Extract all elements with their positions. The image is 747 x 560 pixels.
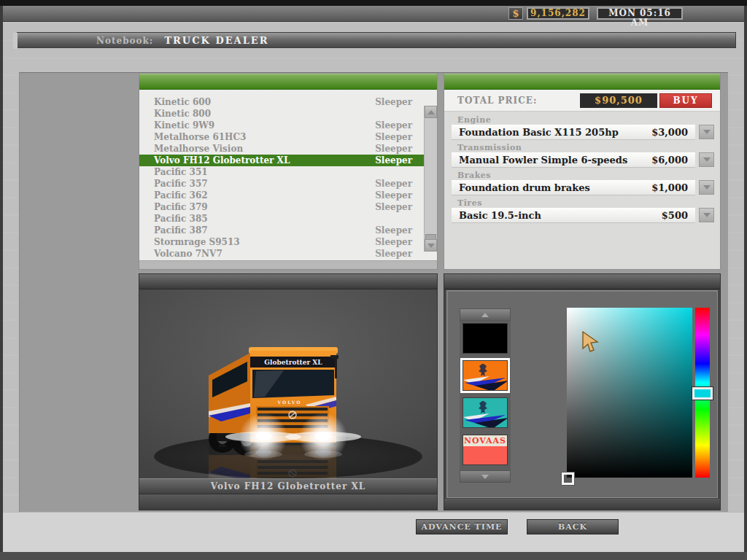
truck-name: Pacific 387 (154, 225, 208, 236)
truck-render: Globetrotter XL VOLVO (139, 289, 437, 478)
truck-list-item[interactable]: Metalhorse 61HC3Sleeper (139, 131, 424, 143)
saturation-value-marker[interactable] (562, 472, 574, 485)
paint-swatch-black[interactable] (462, 323, 508, 354)
truck-name: Pacific 351 (154, 166, 208, 178)
truck-list-rows: Kinetic 600SleeperKinetic 800Kinetic 9W9… (139, 96, 424, 260)
truck-list-body: Kinetic 600SleeperKinetic 800Kinetic 9W9… (139, 90, 437, 260)
advance-time-button[interactable]: ADVANCE TIME (416, 519, 508, 534)
paint-swatch-novaas-red[interactable]: NOVAAS (462, 435, 508, 465)
screen-left-edge (0, 6, 3, 560)
paint-swatch-teal-decal[interactable] (462, 397, 508, 428)
truck-list-item[interactable]: Pacific 351 (139, 166, 424, 178)
screen-top-edge (0, 0, 747, 6)
option-value-row[interactable]: Foundation Basic X115 205hp$3,000 (452, 125, 695, 139)
scroll-up-button[interactable] (425, 106, 437, 118)
status-bar: $ 9,156,282 MON 05:16 AM (0, 6, 747, 22)
hue-bar[interactable] (695, 308, 710, 478)
truck-name: Kinetic 600 (154, 96, 211, 108)
money-icon: $ (508, 7, 523, 20)
truck-name: Volvo FH12 Globetrotter XL (154, 155, 290, 166)
truck-list-item[interactable]: Kinetic 600Sleeper (139, 96, 424, 108)
notebook-prefix: Notebook: (96, 36, 153, 46)
truck-cab-type: Sleeper (375, 96, 412, 108)
truck-list-item[interactable]: Pacific 385 (139, 213, 424, 225)
total-price-row: TOTAL PRICE: $90,500 BUY (444, 90, 720, 112)
paint-bottom-bar (444, 499, 720, 510)
truck-cab-type: Sleeper (375, 178, 412, 190)
truck-3d-view[interactable]: Globetrotter XL VOLVO (139, 289, 437, 478)
option-value-row[interactable]: Basic 19.5-inch$500 (452, 208, 695, 222)
truck-cab-type: Sleeper (375, 248, 412, 260)
truck-list-panel: Kinetic 600SleeperKinetic 800Kinetic 9W9… (139, 73, 438, 270)
truck-list-scrollbar[interactable] (424, 106, 437, 252)
total-price-value: $90,500 (580, 93, 657, 108)
truck-name: Pacific 357 (154, 178, 208, 190)
truck-name: Pacific 385 (154, 213, 208, 225)
dropdown-button[interactable] (699, 208, 714, 222)
option-price: $1,000 (651, 182, 688, 193)
truck-list-item[interactable]: Kinetic 800 (139, 108, 424, 120)
option-value: Manual Fowler Simple 6-speeds (459, 155, 627, 166)
option-value-row[interactable]: Manual Fowler Simple 6-speeds$6,000 (452, 152, 695, 167)
option-value-row[interactable]: Foundation drum brakes$1,000 (452, 180, 695, 195)
truck-list-item[interactable]: Metalhorse VisionSleeper (139, 143, 424, 155)
option-price: $3,000 (651, 127, 688, 138)
truck-name: Kinetic 800 (154, 108, 211, 120)
option-value: Basic 19.5-inch (459, 210, 541, 221)
truck-list-item[interactable]: Pacific 379Sleeper (139, 201, 424, 213)
screen-right-edge (744, 6, 747, 560)
dropdown-button[interactable] (699, 180, 714, 195)
option-value: Foundation Basic X115 205hp (459, 127, 619, 138)
configurator-panel: TOTAL PRICE: $90,500 BUY EngineFoundatio… (444, 73, 721, 270)
chevron-down-icon (703, 185, 711, 190)
truck-list-item[interactable]: Stormrage S9513Sleeper (139, 236, 424, 248)
option-section-brakes: BrakesFoundation drum brakes$1,000 (444, 167, 720, 195)
truck-name: Pacific 379 (154, 201, 208, 213)
truck-list-item[interactable]: Pacific 362Sleeper (139, 190, 424, 201)
swatch-list: NOVAAS (460, 323, 511, 472)
truck-list-item[interactable]: Volcano 7NV7Sleeper (139, 248, 424, 260)
truck-name: Metalhorse Vision (154, 143, 243, 155)
truck-viewer-panel: Globetrotter XL VOLVO (139, 273, 438, 510)
money-display: 9,156,282 (527, 7, 589, 20)
hue-marker[interactable] (692, 387, 713, 400)
swatch-scroll-up-button[interactable] (460, 308, 511, 321)
option-section-tires: TiresBasic 19.5-inch$500 (444, 195, 720, 222)
truck-list-item[interactable]: Pacific 357Sleeper (139, 178, 424, 190)
option-label: Brakes (457, 171, 720, 180)
truck-cab-type: Sleeper (375, 201, 412, 213)
option-section-engine: EngineFoundation Basic X115 205hp$3,000 (444, 112, 720, 139)
option-label: Tires (457, 198, 720, 208)
option-price: $500 (662, 210, 688, 221)
back-button[interactable]: BACK (527, 519, 619, 534)
arrow-down-icon (427, 244, 435, 248)
saturation-value-picker[interactable] (567, 308, 692, 478)
truck-cab-type: Sleeper (375, 143, 412, 155)
truck-list-item[interactable]: Volvo FH12 Globetrotter XLSleeper (139, 155, 424, 166)
footer-band (3, 512, 744, 552)
visor-text: Globetrotter XL (264, 359, 322, 366)
config-sections: EngineFoundation Basic X115 205hp$3,000T… (444, 112, 720, 269)
buy-button[interactable]: BUY (659, 93, 712, 108)
truck-name: Stormrage S9513 (154, 236, 240, 248)
arrow-up-icon (427, 110, 435, 114)
paint-swatch-orange-decal[interactable] (462, 360, 508, 391)
truck-list-item[interactable]: Pacific 387Sleeper (139, 225, 424, 236)
configurator-header-bar (444, 74, 720, 90)
truck-list-bottom-strip (139, 260, 437, 269)
truck-cab-type: Sleeper (375, 155, 412, 166)
truck-list-header-bar (139, 74, 437, 90)
chevron-down-icon (703, 213, 711, 217)
swatch-scroll-down-button[interactable] (460, 470, 511, 483)
arrow-up-icon (481, 313, 489, 317)
dropdown-button[interactable] (699, 125, 714, 139)
scroll-down-button[interactable] (425, 239, 437, 252)
truck-list-item[interactable]: Kinetic 9W9Sleeper (139, 120, 424, 131)
chevron-down-icon (703, 130, 711, 134)
truck-cab-type: Sleeper (375, 190, 412, 201)
option-section-transmission: TransmissionManual Fowler Simple 6-speed… (444, 139, 720, 167)
dropdown-button[interactable] (699, 152, 714, 167)
paint-shop-panel: NOVAAS (444, 273, 721, 510)
truck-cab-type: Sleeper (375, 131, 412, 143)
viewer-top-bar (139, 274, 437, 289)
